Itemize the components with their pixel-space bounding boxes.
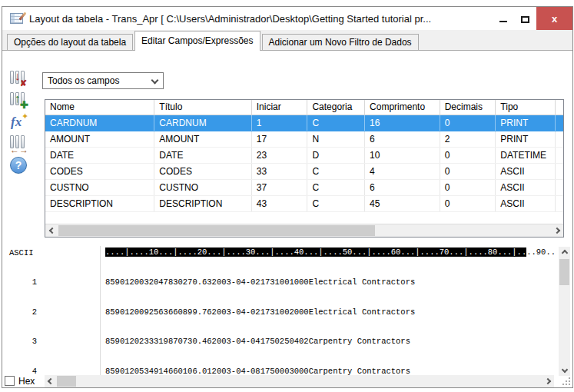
field-filter-dropdown[interactable]: Todos os campos: [42, 72, 164, 89]
table-row-amount[interactable]: AMOUNT AMOUNT 17 N 6 2 PRINT: [45, 131, 563, 148]
cell-titulo: CUSTNO: [154, 180, 251, 195]
scroll-left-button[interactable]: [45, 224, 58, 237]
cell-titulo: CODES: [154, 164, 251, 179]
sparkle-icon: ✦: [22, 111, 28, 121]
viewer-vertical-scrollbar[interactable]: [559, 247, 570, 376]
help-button[interactable]: ?: [9, 156, 31, 176]
cell-comprimento: 4: [365, 164, 440, 179]
tab-strip: Opções do layout da tabela Editar Campos…: [2, 30, 572, 50]
cell-comprimento: 16: [365, 115, 440, 131]
maximize-icon: [521, 16, 529, 23]
column-header-nome[interactable]: Nome: [45, 100, 154, 115]
cell-nome: CUSTNO: [45, 180, 154, 195]
cell-titulo: DESCRIPTION: [154, 196, 251, 211]
cell-iniciar: 23: [252, 148, 308, 163]
scroll-up-button[interactable]: [559, 247, 570, 259]
right-arrow-icon: →: [19, 145, 28, 154]
cell-categoria: C: [307, 164, 365, 179]
fx-icon: fx: [11, 115, 22, 130]
scroll-right-button[interactable]: [550, 224, 563, 237]
chevron-up-icon: [561, 250, 567, 256]
grid-horizontal-scrollbar[interactable]: [45, 224, 563, 237]
column-header-decimais[interactable]: Decimais: [440, 100, 496, 115]
scroll-right-button[interactable]: [542, 375, 554, 387]
cell-tipo: PRINT: [496, 115, 556, 131]
delete-field-button[interactable]: ↓ ✘: [9, 69, 31, 89]
help-icon: ?: [10, 157, 27, 174]
column-header-comprimento[interactable]: Comprimento: [365, 100, 440, 115]
add-field-button[interactable]: ↑ ✚: [9, 91, 31, 111]
viewer-horizontal-scrollbar[interactable]: [45, 375, 554, 387]
scrollbar-thumb[interactable]: [58, 225, 375, 236]
cell-tipo: ASCII: [496, 196, 556, 211]
cell-titulo: CARDNUM: [154, 115, 251, 131]
hex-checkbox-label: Hex: [18, 376, 35, 387]
ruler-record-extent: ....|....10...|....20...|....30...|....4…: [105, 247, 526, 257]
column-header-tipo[interactable]: Tipo: [496, 100, 556, 115]
cell-tipo: ASCII: [496, 164, 556, 179]
table-row-custno[interactable]: CUSTNO CUSTNO 37 C 6 0 ASCII: [45, 180, 563, 196]
window-title: Layout da tabela - Trans_Apr [ C:\Users\…: [29, 13, 431, 25]
chevron-left-icon: [48, 228, 55, 234]
record-row[interactable]: 38590120233319870730.462003-04-041750250…: [2, 336, 556, 347]
shift-field-button[interactable]: ← →: [9, 134, 31, 154]
viewer-bottom-bar: Hex: [2, 374, 572, 388]
delete-x-icon: ✘: [20, 79, 27, 88]
cell-decimais: 0: [440, 164, 496, 179]
cell-nome: CODES: [45, 164, 154, 179]
add-plus-icon: ✚: [20, 100, 28, 110]
table-row-codes[interactable]: CODES CODES 33 C 4 0 ASCII: [45, 164, 563, 180]
chevron-right-icon: [545, 378, 551, 384]
record-number: 3: [2, 336, 37, 347]
cell-iniciar: 43: [252, 196, 308, 211]
cell-categoria: C: [307, 196, 365, 211]
title-bar[interactable]: Layout da tabela - Trans_Apr [ C:\Users\…: [2, 7, 572, 30]
minimize-icon: [499, 21, 507, 22]
cell-tipo: ASCII: [496, 180, 556, 195]
field-filter-value: Todos os campos: [48, 75, 119, 86]
close-button[interactable]: x: [536, 7, 572, 30]
cell-iniciar: 1: [252, 115, 308, 131]
resize-grip[interactable]: [561, 376, 570, 385]
record-text: 8590120032047830270.632003-04-0217310010…: [105, 277, 415, 288]
cell-nome: AMOUNT: [45, 131, 154, 147]
cell-decimais: 0: [440, 115, 496, 131]
grid-header-row: Nome Título Iniciar Categoria Compriment…: [45, 100, 563, 115]
table-row-description[interactable]: DESCRIPTION DESCRIPTION 43 C 45 0 ASCII: [45, 196, 563, 212]
cell-nome: DESCRIPTION: [45, 196, 154, 211]
table-row-date[interactable]: DATE DATE 23 D 10 0 DATETIME: [45, 148, 563, 164]
cell-iniciar: 37: [252, 180, 308, 195]
maximize-button[interactable]: [514, 7, 536, 30]
edit-expression-button[interactable]: fx ✦: [9, 112, 31, 132]
chevron-down-icon: [561, 367, 567, 373]
cell-categoria: C: [307, 180, 365, 195]
hex-checkbox[interactable]: [5, 376, 15, 386]
table-row-cardnum[interactable]: CARDNUM CARDNUM 1 C 16 0 PRINT: [45, 115, 563, 131]
scroll-left-button[interactable]: [45, 375, 57, 387]
scrollbar-thumb[interactable]: [559, 259, 569, 285]
cell-comprimento: 6: [365, 180, 440, 195]
minimize-button[interactable]: [492, 7, 514, 30]
cell-categoria: C: [307, 115, 365, 131]
column-ruler: ....|....10...|....20...|....30...|....4…: [105, 247, 556, 258]
column-header-titulo[interactable]: Título: [154, 100, 251, 115]
record-number: 1: [2, 277, 37, 288]
cell-categoria: N: [307, 131, 365, 147]
record-row[interactable]: 28590120092563660899.762003-04-021731002…: [2, 307, 556, 318]
cell-tipo: PRINT: [496, 131, 556, 147]
column-header-iniciar[interactable]: Iniciar: [252, 100, 308, 115]
scrollbar-thumb[interactable]: [57, 376, 76, 387]
tab-edit-fields-expressions[interactable]: Editar Campos/Expressões: [134, 31, 260, 51]
record-row[interactable]: 18590120032047830270.632003-04-021731001…: [2, 277, 556, 288]
cell-iniciar: 17: [252, 131, 308, 147]
chevron-right-icon: [553, 228, 559, 234]
table-edit-icon: [10, 13, 23, 24]
column-header-categoria[interactable]: Categoria: [307, 100, 365, 115]
cell-comprimento: 6: [365, 131, 440, 147]
cell-decimais: 2: [440, 131, 496, 147]
tab-table-layout-options[interactable]: Opções do layout da tabela: [7, 34, 133, 50]
cell-titulo: DATE: [154, 148, 251, 163]
record-text: 8590120092563660899.762003-04-0217310020…: [105, 307, 415, 318]
fields-grid: Nome Título Iniciar Categoria Compriment…: [45, 99, 564, 238]
tab-add-new-data-filter[interactable]: Adicionar um Novo Filtro de Dados: [262, 34, 419, 50]
